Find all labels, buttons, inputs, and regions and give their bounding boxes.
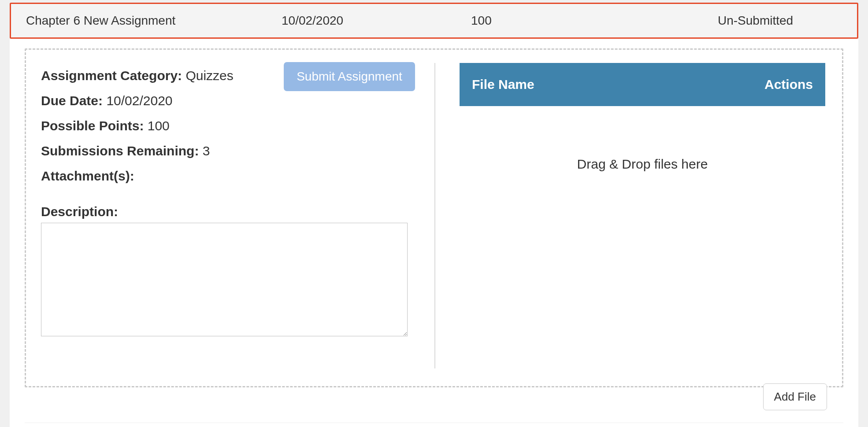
assignment-submissions-value: 3 [203,144,210,158]
file-dropzone-text: Drag & Drop files here [577,157,708,172]
file-header-name: File Name [472,77,534,92]
file-header-actions: Actions [764,77,813,92]
assignment-attachments-label: Attachment(s): [41,169,134,183]
assignment-category-value: Quizzes [185,68,233,83]
assignment-points-value: 100 [148,118,170,133]
divider [25,423,843,423]
assignment-detail-panel: Submit Assignment Assignment Category: Q… [10,39,858,427]
summary-assignment-name: Chapter 6 New Assignment [11,14,267,28]
submit-assignment-button[interactable]: Submit Assignment [284,62,415,91]
summary-status: Un-Submitted [703,14,857,28]
assignment-due-label: Due Date: [41,93,103,108]
assignment-points-label: Possible Points: [41,118,144,133]
assignment-info-pane: Submit Assignment Assignment Category: Q… [41,63,435,368]
assignment-attachments: Attachment(s): [41,163,415,188]
assignment-summary-row[interactable]: Chapter 6 New Assignment 10/02/2020 100 … [10,3,858,39]
summary-due-date: 10/02/2020 [267,14,456,28]
summary-points: 100 [456,14,703,28]
assignment-due-date: Due Date: 10/02/2020 [41,88,415,113]
file-upload-pane: File Name Actions Drag & Drop files here [435,63,825,368]
description-textarea[interactable] [41,223,408,336]
assignment-submissions-remaining: Submissions Remaining: 3 [41,138,415,163]
assignment-dashed-container: Submit Assignment Assignment Category: Q… [25,48,843,387]
assignment-possible-points: Possible Points: 100 [41,113,415,138]
file-dropzone[interactable]: Drag & Drop files here [460,106,825,368]
file-table-header: File Name Actions [460,63,825,106]
assignment-due-value: 10/02/2020 [106,93,172,108]
add-file-button[interactable]: Add File [763,383,827,410]
assignment-submissions-label: Submissions Remaining: [41,144,199,158]
description-label: Description: [41,204,415,219]
assignment-category-label: Assignment Category: [41,68,182,83]
